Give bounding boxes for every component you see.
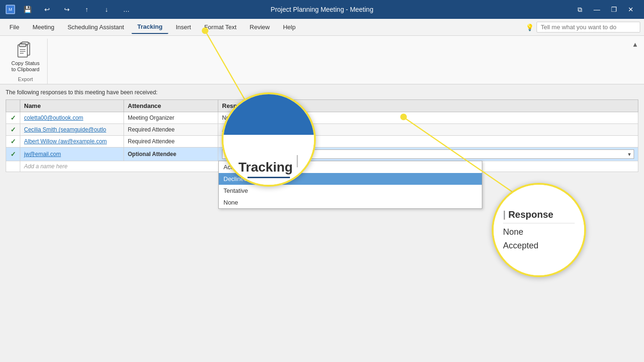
- ribbon-buttons: Copy Status to Clipboard: [8, 39, 43, 74]
- dropdown-arrow-icon: ▼: [627, 152, 632, 157]
- window-title: Project Planning Meeting - Meeting: [271, 6, 373, 13]
- row-name: jw@email.com: [20, 148, 124, 161]
- row-check-empty: [6, 161, 20, 172]
- row-check: ✓: [6, 112, 20, 124]
- zoom-response-none: None: [503, 225, 575, 239]
- table-row: ✓ coletta00@outlook.com Meeting Organize…: [6, 112, 638, 124]
- col-header-check: [6, 100, 20, 112]
- row-attendance: Optional Attendee: [124, 148, 218, 161]
- menu-meeting[interactable]: Meeting: [27, 21, 60, 33]
- app-icon: M: [6, 5, 15, 14]
- response-dropdown-menu: Accepted Declined Tentative None: [218, 161, 482, 209]
- zoom-response-accepted: Accepted: [503, 239, 575, 253]
- menu-scheduling-assistant[interactable]: Scheduling Assistant: [62, 21, 130, 33]
- row-attendance: Required Attendee: [124, 136, 218, 148]
- lightbulb-icon: 💡: [526, 24, 534, 31]
- window-controls: ⧉ — ❐ ✕: [572, 2, 638, 17]
- title-bar: M 💾 ↩ ↪ ↑ ↓ … Project Planning Meeting -…: [0, 0, 644, 19]
- info-text: The following responses to this meeting …: [6, 89, 638, 96]
- menu-help[interactable]: Help: [277, 21, 301, 33]
- main-content: The following responses to this meeting …: [0, 84, 644, 175]
- search-bar: 💡: [526, 22, 640, 33]
- undo-button[interactable]: ↩: [40, 2, 55, 17]
- menu-bar: File Meeting Scheduling Assistant Tracki…: [0, 19, 644, 36]
- attendee-link[interactable]: coletta00@outlook.com: [24, 115, 83, 121]
- dropdown-option-none[interactable]: None: [219, 197, 482, 208]
- row-name: coletta00@outlook.com: [20, 112, 124, 124]
- menu-file[interactable]: File: [4, 21, 25, 33]
- col-header-attendance: Attendance: [124, 100, 218, 112]
- zoom-response-header: Response: [503, 207, 575, 223]
- row-response: None: [218, 112, 638, 124]
- svg-rect-3: [19, 44, 26, 47]
- save-button[interactable]: 💾: [20, 2, 35, 17]
- attendee-link[interactable]: jw@email.com: [24, 151, 61, 157]
- copy-status-icon: [16, 41, 35, 59]
- search-input[interactable]: [537, 22, 640, 33]
- row-name: Albert Willow (aw@example.com: [20, 136, 124, 148]
- row-check: ✓: [6, 148, 20, 161]
- redo-button[interactable]: ↪: [59, 2, 74, 17]
- checkmark-icon: ✓: [10, 114, 16, 122]
- restore-button[interactable]: ⧉: [572, 2, 587, 17]
- row-name: Cecilia Smith (seamguide@outlo: [20, 124, 124, 136]
- attendee-link[interactable]: Albert Willow (aw@example.com: [24, 138, 107, 145]
- ribbon-group-export-label: Export: [8, 74, 43, 82]
- dropdown-option-accepted[interactable]: Accepted: [219, 161, 482, 173]
- dropdown-value: None: [224, 151, 238, 157]
- response-dropdown-trigger[interactable]: None ▼: [222, 149, 634, 159]
- row-check: ✓: [6, 124, 20, 136]
- row-attendance: Required Attendee: [124, 124, 218, 136]
- checkmark-icon: ✓: [10, 126, 16, 133]
- close-button[interactable]: ✕: [623, 2, 638, 17]
- copy-status-button[interactable]: Copy Status to Clipboard: [8, 39, 43, 74]
- response-dropdown-cell: None ▼ Accepted Declined Tentative None: [218, 148, 638, 161]
- attendee-link[interactable]: Cecilia Smith (seamguide@outlo: [24, 126, 106, 133]
- maximize-button[interactable]: ❐: [606, 2, 621, 17]
- table-row: ✓ Cecilia Smith (seamguide@outlo Require…: [6, 124, 638, 136]
- dropdown-option-tentative[interactable]: Tentative: [219, 185, 482, 197]
- ribbon-export-group: Copy Status to Clipboard Export: [4, 39, 48, 84]
- table-row-selected: ✓ jw@email.com Optional Attendee None ▼ …: [6, 148, 638, 161]
- zoom-response-inner: Response None Accepted: [494, 185, 584, 275]
- row-check: ✓: [6, 136, 20, 148]
- title-bar-left: M 💾 ↩ ↪ ↑ ↓ …: [6, 2, 134, 17]
- checkmark-icon: ✓: [10, 138, 16, 145]
- checkmark-icon: ✓: [10, 150, 16, 158]
- col-header-name: Name: [20, 100, 124, 112]
- more-button[interactable]: …: [119, 2, 134, 17]
- dropdown-option-declined[interactable]: Declined: [219, 173, 482, 185]
- row-response: Accepted: [218, 124, 638, 136]
- move-up-button[interactable]: ↑: [79, 2, 94, 17]
- menu-insert[interactable]: Insert: [170, 21, 197, 33]
- table-row: ✓ Albert Willow (aw@example.com Required…: [6, 136, 638, 148]
- ribbon: Copy Status to Clipboard Export ▲: [0, 36, 644, 84]
- menu-review[interactable]: Review: [244, 21, 276, 33]
- row-attendance: Meeting Organizer: [124, 112, 218, 124]
- tracking-table: Name Attendance Response ✓ coletta00@out…: [6, 99, 638, 172]
- move-down-button[interactable]: ↓: [99, 2, 114, 17]
- copy-status-label: Copy Status to Clipboard: [11, 60, 40, 73]
- menu-format-text[interactable]: Format Text: [198, 21, 242, 33]
- col-header-response: Response: [218, 100, 638, 112]
- minimize-button[interactable]: —: [589, 2, 604, 17]
- row-response: None: [218, 136, 638, 148]
- zoom-circle-response: Response None Accepted: [492, 183, 586, 277]
- ribbon-collapse-button[interactable]: ▲: [630, 39, 640, 50]
- menu-tracking[interactable]: Tracking: [132, 20, 168, 34]
